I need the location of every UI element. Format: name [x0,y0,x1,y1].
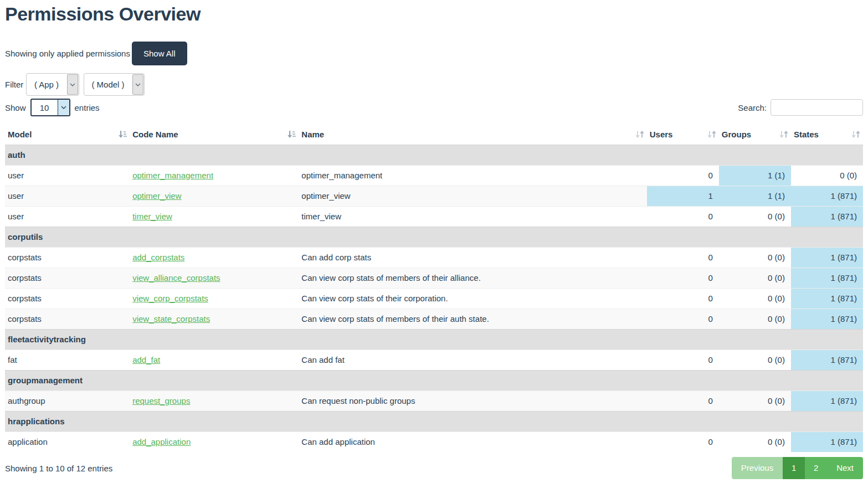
states-count-cell: 1 (871) [791,247,863,268]
column-header-label: Name [301,130,324,139]
app-group-label: hrapplications [5,411,863,432]
code-name-link[interactable]: view_state_corpstats [132,314,210,323]
model-filter-selected-value: ( Model ) [84,74,132,95]
groups-count-cell: 0 (0) [719,288,791,309]
states-count-cell: 1 (871) [791,268,863,288]
table-row: fatadd_fatCan add fat00 (0)1 (871) [5,350,863,370]
code-name-link[interactable]: add_fat [132,355,160,364]
pagination-1-button[interactable]: 1 [783,457,805,479]
name-cell: optimer_view [299,186,646,206]
groups-count-cell: 1 (1) [719,186,791,206]
groups-count-cell: 0 (0) [719,350,791,370]
states-count-cell: 1 (871) [791,288,863,309]
table-row: corpstatsview_corp_corpstatsCan view cor… [5,288,863,309]
states-count-cell: 1 (871) [791,432,863,452]
table-controls-row: Show 10 entries Search: [5,99,863,116]
groups-count-cell: 0 (0) [719,391,791,411]
code-name-cell: view_alliance_corpstats [130,268,299,288]
page-length-control: Show 10 entries [5,99,100,116]
groups-count-cell: 0 (0) [719,268,791,288]
app-group-label: auth [5,145,863,165]
groups-count-cell: 0 (0) [719,247,791,268]
app-group-label: groupmanagement [5,370,863,391]
users-count-cell: 0 [647,350,719,370]
pagination-next-button[interactable]: Next [827,457,863,479]
sort-both-icon [851,130,860,138]
code-name-link[interactable]: request_groups [132,396,190,405]
applied-permissions-status: Showing only applied permissions [5,49,130,58]
pagination: Previous12Next [732,457,863,479]
column-header-code-name[interactable]: Code Name [130,125,299,145]
app-group-row-corputils: corputils [5,227,863,247]
model-filter-select[interactable]: ( Model ) [84,73,145,96]
code-name-link[interactable]: add_corpstats [132,253,184,262]
groups-count-cell: 0 (0) [719,432,791,452]
table-row: corpstatsview_state_corpstatsCan view co… [5,309,863,329]
model-cell: corpstats [5,268,130,288]
search-input[interactable] [771,99,863,116]
name-cell: Can view corp stats of members of their … [299,268,646,288]
code-name-link[interactable]: optimer_view [132,191,181,201]
model-cell: user [5,165,130,186]
name-cell: timer_view [299,206,646,227]
chevron-down-icon [58,100,69,115]
code-name-link[interactable]: add_application [132,437,191,446]
table-row: useroptimer_viewoptimer_view11 (1)1 (871… [5,186,863,206]
app-group-row-hrapplications: hrapplications [5,411,863,432]
code-name-cell: optimer_view [130,186,299,206]
users-count-cell: 1 [647,186,719,206]
column-header-label: States [794,130,819,139]
table-row: corpstatsadd_corpstatsCan add corp stats… [5,247,863,268]
page-length-select[interactable]: 10 [30,99,70,116]
table-row: authgrouprequest_groupsCan request non-p… [5,391,863,411]
column-header-states[interactable]: States [791,125,863,145]
users-count-cell: 0 [647,247,719,268]
permissions-table: ModelCode NameNameUsersGroupsStates auth… [5,125,863,452]
app-filter-select[interactable]: ( App ) [26,73,79,96]
groups-count-cell: 0 (0) [719,206,791,227]
app-group-label: fleetactivitytracking [5,329,863,350]
column-header-groups[interactable]: Groups [719,125,791,145]
users-count-cell: 0 [647,432,719,452]
column-header-model[interactable]: Model [5,125,130,145]
code-name-link[interactable]: optimer_management [132,171,213,180]
name-cell: optimer_management [299,165,646,186]
states-count-cell: 1 (871) [791,391,863,411]
show-label: Show [5,103,26,112]
states-count-cell: 1 (871) [791,350,863,370]
entries-label: entries [75,103,100,112]
page-length-selected-value: 10 [32,100,58,115]
states-count-cell: 0 (0) [791,165,863,186]
column-header-users[interactable]: Users [647,125,719,145]
name-cell: Can add corp stats [299,247,646,268]
code-name-cell: view_state_corpstats [130,309,299,329]
table-row: usertimer_viewtimer_view00 (0)1 (871) [5,206,863,227]
states-count-cell: 1 (871) [791,206,863,227]
page-title: Permissions Overview [5,0,863,25]
table-header-row: ModelCode NameNameUsersGroupsStates [5,125,863,145]
pagination-2-button[interactable]: 2 [805,457,827,479]
code-name-link[interactable]: timer_view [132,212,172,221]
groups-count-cell: 0 (0) [719,309,791,329]
name-cell: Can add fat [299,350,646,370]
search-label: Search: [738,103,767,112]
model-cell: fat [5,350,130,370]
column-header-label: Code Name [132,130,178,139]
code-name-link[interactable]: view_alliance_corpstats [132,273,220,282]
sort-both-icon [635,130,644,138]
show-all-button[interactable]: Show All [132,42,187,65]
users-count-cell: 0 [647,391,719,411]
app-group-row-fleetactivitytracking: fleetactivitytracking [5,329,863,350]
app-filter-selected-value: ( App ) [27,74,66,95]
groups-count-cell: 1 (1) [719,165,791,186]
search-control: Search: [738,99,863,116]
applied-permissions-toolbar: Showing only applied permissions Show Al… [5,42,863,65]
code-name-link[interactable]: view_corp_corpstats [132,294,208,303]
name-cell: Can request non-public groups [299,391,646,411]
column-header-name[interactable]: Name [299,125,646,145]
code-name-cell: add_fat [130,350,299,370]
model-cell: corpstats [5,288,130,309]
code-name-cell: request_groups [130,391,299,411]
model-cell: application [5,432,130,452]
model-cell: corpstats [5,309,130,329]
